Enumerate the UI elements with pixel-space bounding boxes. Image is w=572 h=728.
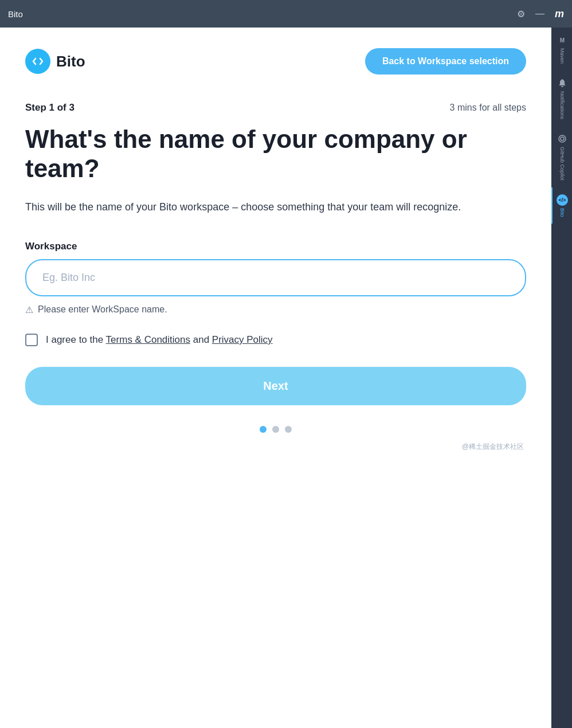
warning-icon: ⚠ (25, 304, 33, 315)
main-heading: What's the name of your company or team? (25, 125, 526, 183)
maven-icon: M (557, 34, 568, 46)
step-info: Step 1 of 3 3 mins for all steps (25, 102, 526, 113)
svg-point-0 (559, 135, 566, 142)
description-text: This will be the name of your Bito works… (25, 199, 526, 216)
sidebar-copilot-label: GitHub Copilot (559, 147, 566, 181)
sidebar-item-maven[interactable]: M Maven (551, 28, 572, 71)
workspace-label: Workspace (25, 241, 526, 252)
main-content: Bito Back to Workspace selection Step 1 … (0, 28, 551, 728)
terms-checkbox[interactable] (25, 334, 38, 346)
terms-text: I agree to the Terms & Conditions and Pr… (46, 334, 273, 346)
privacy-policy-link[interactable]: Privacy Policy (212, 334, 273, 345)
workspace-input[interactable] (25, 259, 526, 296)
bito-logo-icon (25, 49, 50, 74)
bito-sidebar-icon: </> (557, 194, 568, 206)
bito-logo-text: Bito (56, 53, 85, 71)
error-message-area: ⚠ Please enter WorkSpace name. (25, 304, 526, 315)
error-text: Please enter WorkSpace name. (38, 304, 167, 315)
pagination-dots (25, 426, 526, 433)
back-to-workspace-button[interactable]: Back to Workspace selection (365, 48, 526, 75)
terms-conditions-link[interactable]: Terms & Conditions (106, 334, 190, 345)
terms-and-text: and (190, 334, 212, 345)
titlebar: Bito ⚙ — m (0, 0, 572, 28)
sidebar-bito-label: Bito (559, 208, 566, 217)
gear-icon[interactable]: ⚙ (517, 9, 525, 19)
step-time: 3 mins for all steps (450, 103, 526, 113)
m-icon: m (555, 8, 564, 20)
sidebar-maven-label: Maven (559, 48, 566, 64)
pagination-dot-1 (260, 426, 267, 433)
terms-checkbox-area: I agree to the Terms & Conditions and Pr… (25, 334, 526, 346)
github-copilot-icon (557, 133, 568, 144)
titlebar-controls: ⚙ — m (517, 8, 564, 20)
app-title: Bito (8, 9, 517, 19)
pagination-dot-2 (272, 426, 279, 433)
terms-before-text: I agree to the (46, 334, 106, 345)
sidebar-item-github-copilot[interactable]: GitHub Copilot (551, 126, 572, 187)
right-sidebar: M Maven Notifications GitHub Copilot </>… (551, 0, 572, 728)
step-label: Step 1 of 3 (25, 102, 75, 113)
sidebar-notifications-label: Notifications (559, 91, 566, 119)
watermark: @稀土掘金技术社区 (25, 442, 526, 452)
page-header: Bito Back to Workspace selection (25, 48, 526, 75)
logo-area: Bito (25, 49, 85, 74)
minimize-icon[interactable]: — (535, 9, 544, 19)
sidebar-item-bito[interactable]: </> Bito (551, 187, 572, 224)
svg-point-1 (561, 137, 564, 140)
next-button[interactable]: Next (25, 367, 526, 405)
notifications-icon (557, 77, 568, 89)
pagination-dot-3 (285, 426, 292, 433)
sidebar-item-notifications[interactable]: Notifications (551, 71, 572, 126)
